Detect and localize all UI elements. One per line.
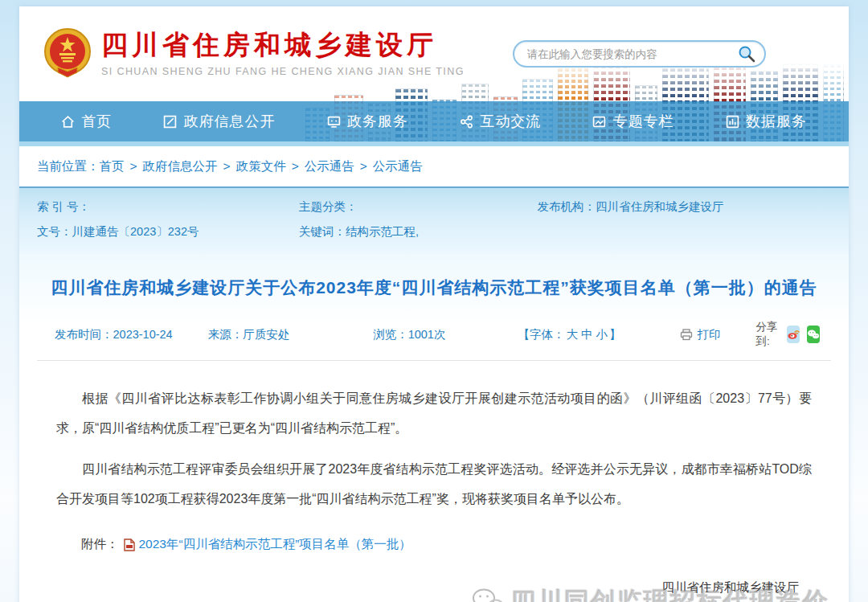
site-header: 四川省住房和城乡建设厅 SI CHUAN SHENG ZHU FANG HE C… [19, 6, 849, 101]
bar-chart-icon [726, 115, 739, 129]
search-input[interactable] [527, 48, 737, 60]
print-label: 打印 [697, 327, 720, 342]
article-meta-bar: 发布时间：2023-10-24 来源：厅质安处 浏览：1001次 【字体：大中小… [37, 315, 831, 361]
compose-icon [163, 115, 177, 129]
content-container: 四川省住房和城乡建设厅 SI CHUAN SHENG ZHU FANG HE C… [19, 6, 849, 602]
home-icon [61, 115, 75, 129]
meta-index-number: 索 引 号： [37, 199, 299, 215]
print-button[interactable]: 打印 [680, 327, 720, 342]
breadcrumb-item-policy-docs[interactable]: 政策文件 [236, 158, 286, 175]
font-ctrl-suffix: 】 [609, 328, 621, 341]
brand-block: 四川省住房和城乡建设厅 SI CHUAN SHENG ZHU FANG HE C… [101, 31, 465, 77]
search-button[interactable] [737, 44, 756, 63]
font-size-small[interactable]: 小 [596, 328, 608, 341]
header-wrap: 四川省住房和城乡建设厅 SI CHUAN SHENG ZHU FANG HE C… [19, 6, 849, 146]
weibo-icon [787, 329, 800, 340]
breadcrumb-item-gov-info[interactable]: 政府信息公开 [143, 158, 218, 175]
source: 来源：厅质安处 [208, 327, 290, 342]
national-emblem-logo [43, 27, 92, 80]
search-box [513, 40, 766, 68]
wechat-share-button[interactable] [807, 326, 820, 343]
document-meta-band: 索 引 号： 主题分类： 发布机构：四川省住房和城乡建设厅 文号：川建通告〔20… [19, 186, 849, 254]
nav-item-home[interactable]: 首页 [61, 112, 112, 131]
nav-label: 首页 [81, 112, 112, 131]
share-label: 分享到: [755, 320, 779, 349]
article-body: 根据《四川省评比达标表彰工作协调小组关于同意住房城乡建设厅开展创建示范活动项目的… [37, 361, 831, 514]
pdf-file-icon [124, 539, 135, 551]
wechat-icon [807, 329, 820, 340]
meta-doc-number: 文号：川建通告〔2023〕232号 [37, 224, 299, 240]
nav-label: 互动交流 [480, 112, 541, 131]
picture-icon [592, 115, 606, 129]
share-block: 分享到: [755, 320, 819, 349]
nav-label: 专题专栏 [612, 112, 674, 131]
article-footer: 四川省住房和城乡建设厅 四川同创监理招标代理造价 2023年10月23日 [37, 553, 831, 602]
paragraph-1: 根据《四川省评比达标表彰工作协调小组关于同意住房城乡建设厅开展创建示范活动项目的… [56, 383, 812, 443]
breadcrumb: 当前位置： 首页 > 政府信息公开 > 政策文件 > 公示通告 > 公示通告 [19, 146, 849, 186]
attachment-link[interactable]: 2023年“四川省结构示范工程”项目名单（第一批） [139, 536, 411, 553]
nav-item-gov-info[interactable]: 政府信息公开 [163, 112, 275, 131]
nav-bottom-strip [19, 141, 849, 146]
attachment-label: 附件： [81, 536, 119, 553]
font-size-control: 【字体：大中小】 [518, 327, 620, 342]
nav-item-special-topics[interactable]: 专题专栏 [592, 112, 674, 131]
breadcrumb-item-home[interactable]: 首页 [100, 158, 125, 175]
breadcrumb-separator: > [223, 159, 231, 174]
nav-label: 政务服务 [347, 112, 408, 131]
monitor-icon [327, 115, 341, 129]
breadcrumb-separator: > [130, 159, 137, 174]
share-nodes-icon [460, 115, 473, 129]
weibo-share-button[interactable] [787, 326, 800, 343]
page: 四川省住房和城乡建设厅 SI CHUAN SHENG ZHU FANG HE C… [0, 0, 868, 602]
font-ctrl-prefix: 【字体： [518, 328, 564, 341]
nav-item-interaction[interactable]: 互动交流 [460, 112, 541, 131]
font-size-large[interactable]: 大 [566, 328, 578, 341]
nav-item-data-services[interactable]: 数据服务 [726, 112, 807, 131]
meta-issuing-agency: 发布机构：四川省住房和城乡建设厅 [537, 199, 831, 215]
nav-item-services[interactable]: 政务服务 [327, 112, 408, 131]
search-icon [737, 44, 756, 63]
main-nav: 首页 政府信息公开 政务服务 [19, 101, 849, 141]
nav-label: 数据服务 [746, 112, 807, 131]
signature-agency: 四川省住房和城乡建设厅 [37, 577, 799, 598]
breadcrumb-item-notices[interactable]: 公示通告 [305, 158, 354, 175]
site-subtitle: SI CHUAN SHENG ZHU FANG HE CHENG XIANG J… [101, 66, 465, 77]
attachment-line: 附件： 2023年“四川省结构示范工程”项目名单（第一批） [37, 525, 831, 553]
paragraph-2: 四川省结构示范工程评审委员会组织开展了2023年度省结构示范工程奖评选活动。经评… [56, 454, 812, 514]
view-count: 浏览：1001次 [373, 327, 445, 342]
breadcrumb-separator: > [292, 159, 299, 174]
breadcrumb-separator: > [360, 159, 367, 174]
article: 四川省住房和城乡建设厅关于公布2023年度“四川省结构示范工程”获奖项目名单（第… [19, 254, 849, 602]
breadcrumb-label: 当前位置： [37, 158, 100, 175]
publish-date: 发布时间：2023-10-24 [55, 327, 173, 342]
meta-topic-category: 主题分类： [299, 199, 537, 215]
printer-icon [680, 329, 693, 341]
article-title: 四川省住房和城乡建设厅关于公布2023年度“四川省结构示范工程”获奖项目名单（第… [37, 254, 831, 315]
font-size-medium[interactable]: 中 [581, 328, 593, 341]
nav-label: 政府信息公开 [183, 112, 275, 131]
site-title: 四川省住房和城乡建设厅 [101, 31, 465, 59]
meta-keywords: 关键词：结构示范工程, [299, 224, 537, 240]
breadcrumb-item-notices-2[interactable]: 公示通告 [373, 158, 423, 175]
